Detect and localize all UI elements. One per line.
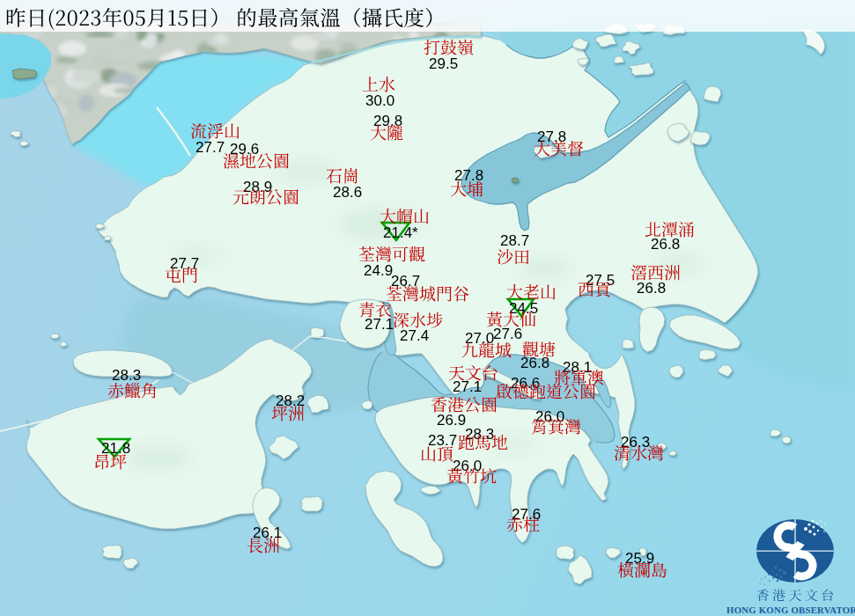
svg-text:24.9: 24.9 bbox=[364, 262, 393, 279]
svg-text:27.5: 27.5 bbox=[586, 272, 615, 289]
svg-text:28.2: 28.2 bbox=[276, 392, 305, 409]
svg-text:28.6: 28.6 bbox=[333, 184, 362, 201]
svg-text:21.4*: 21.4* bbox=[383, 224, 418, 241]
svg-text:27.7: 27.7 bbox=[170, 255, 199, 272]
svg-text:27.7: 27.7 bbox=[195, 139, 225, 156]
svg-text:21.8: 21.8 bbox=[101, 440, 130, 457]
svg-text:26.8: 26.8 bbox=[637, 280, 666, 297]
svg-text:28.9: 28.9 bbox=[243, 179, 272, 195]
svg-text:HONG KONG OBSERVATORY: HONG KONG OBSERVATORY bbox=[726, 605, 855, 615]
svg-text:28.3: 28.3 bbox=[112, 367, 141, 384]
svg-text:26.8: 26.8 bbox=[651, 236, 680, 253]
svg-text:26.3: 26.3 bbox=[621, 434, 650, 451]
svg-text:27.1: 27.1 bbox=[453, 378, 482, 395]
svg-text:27.8: 27.8 bbox=[454, 167, 483, 184]
svg-text:28.3: 28.3 bbox=[465, 426, 494, 443]
svg-text:29.6: 29.6 bbox=[230, 141, 259, 158]
svg-text:27.0: 27.0 bbox=[465, 330, 494, 347]
svg-text:27.6: 27.6 bbox=[493, 326, 522, 342]
svg-text:26.9: 26.9 bbox=[437, 412, 466, 429]
svg-text:26.8: 26.8 bbox=[520, 355, 549, 371]
svg-text:30.0: 30.0 bbox=[365, 92, 394, 109]
svg-text:23.7: 23.7 bbox=[428, 432, 457, 449]
svg-text:28.7: 28.7 bbox=[500, 232, 529, 249]
svg-text:29.5: 29.5 bbox=[429, 55, 458, 72]
svg-text:27.4: 27.4 bbox=[400, 327, 429, 344]
svg-text:27.1: 27.1 bbox=[365, 316, 394, 333]
